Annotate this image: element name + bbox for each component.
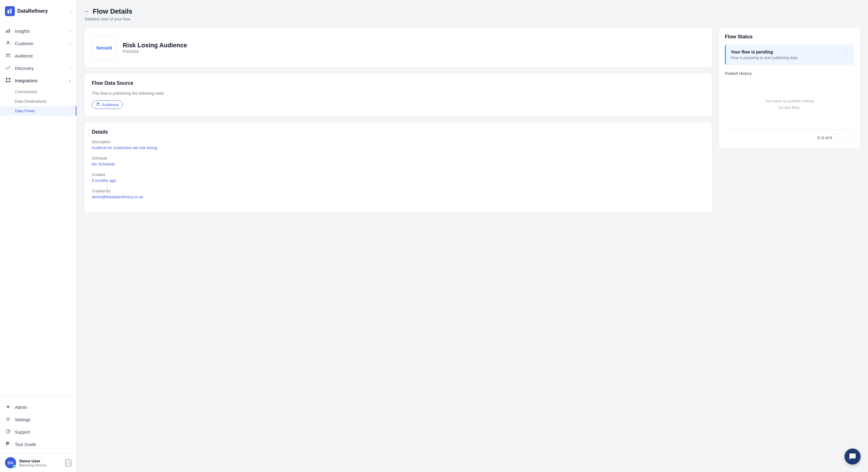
sidebar-item-insights[interactable]: Insights › xyxy=(0,25,76,37)
main-content: ← Flow Details Detailed view of your flo… xyxy=(77,0,868,472)
customer-icon xyxy=(5,40,11,47)
sidebar-item-admin[interactable]: Admin xyxy=(0,401,76,414)
discovery-icon xyxy=(5,65,11,71)
flow-logo-text: force24 xyxy=(96,45,112,51)
sidebar-logo: DataRefinery ‹ xyxy=(0,0,76,23)
user-section: DU Demo User Marketing Director ⋯ xyxy=(0,453,76,472)
page-title: Flow Details xyxy=(93,7,132,16)
main-nav: Insights › Customer › Audience › xyxy=(0,23,76,393)
svg-point-7 xyxy=(6,54,8,55)
support-label: Support xyxy=(15,430,30,435)
svg-rect-0 xyxy=(7,10,9,13)
audience-badge[interactable]: Audience xyxy=(92,100,123,109)
flow-company: Force24 xyxy=(123,49,187,54)
data-source-title: Flow Data Source xyxy=(92,81,705,86)
sidebar-item-settings[interactable]: Settings xyxy=(0,414,76,426)
sidebar-bottom-nav: Admin Settings Support Tour Guide xyxy=(0,399,76,453)
sidebar: DataRefinery ‹ Insights › Customer › xyxy=(0,0,77,472)
tour-guide-label: Tour Guide xyxy=(15,442,36,447)
svg-rect-3 xyxy=(6,31,7,33)
svg-point-6 xyxy=(7,41,9,43)
customer-chevron-icon: › xyxy=(70,41,71,46)
svg-rect-4 xyxy=(7,30,8,33)
audience-chevron-icon: › xyxy=(70,54,71,58)
sidebar-item-integrations-label: Integrations xyxy=(15,78,37,83)
logo-area: DataRefinery xyxy=(5,6,48,16)
sidebar-collapse-button[interactable]: ‹ xyxy=(69,8,71,14)
flow-status-title: Your flow is pending xyxy=(731,50,799,54)
description-label: Description xyxy=(92,140,705,144)
svg-rect-11 xyxy=(6,81,7,82)
chat-fab-button[interactable] xyxy=(844,448,861,465)
svg-rect-12 xyxy=(9,81,10,82)
created-value: 5 months ago xyxy=(92,178,705,183)
audience-icon xyxy=(5,53,11,59)
pagination-text: 0–0 of 0 xyxy=(817,136,832,140)
admin-label: Admin xyxy=(15,405,27,410)
settings-label: Settings xyxy=(15,417,31,422)
pagination-row: 0–0 of 0 ‹ › xyxy=(725,129,854,142)
flow-identity-card: force24 Risk Losing Audience Force24 xyxy=(84,28,712,68)
description-value: Audince for customers we risk losing xyxy=(92,145,705,150)
details-title: Details xyxy=(92,129,705,135)
details-card: Details Description Audince for customer… xyxy=(84,122,712,213)
no-publish-history-message: You have no publish history for this flo… xyxy=(725,80,854,129)
created-row: Created 5 months ago xyxy=(92,173,705,183)
back-button[interactable]: ← xyxy=(84,8,90,15)
svg-rect-9 xyxy=(6,78,7,80)
created-by-label: Created By xyxy=(92,189,705,193)
sidebar-item-audience[interactable]: Audience › xyxy=(0,50,76,62)
avatar: DU xyxy=(5,457,16,468)
flow-name: Risk Losing Audience xyxy=(123,42,187,49)
data-destinations-label: Data Destinations xyxy=(15,99,47,104)
description-row: Description Audince for customers we ris… xyxy=(92,140,705,150)
sidebar-item-discovery[interactable]: Discovery › xyxy=(0,62,76,75)
flow-status-menu-button[interactable]: ⋮ xyxy=(844,50,849,56)
flow-status-panel-title: Flow Status xyxy=(725,34,854,39)
created-label: Created xyxy=(92,173,705,177)
sidebar-item-insights-label: Insights xyxy=(15,29,30,34)
user-name: Demo User xyxy=(19,459,47,463)
sidebar-item-integrations[interactable]: Integrations ∧ xyxy=(0,75,76,87)
svg-point-16 xyxy=(97,103,98,104)
content-grid: force24 Risk Losing Audience Force24 Flo… xyxy=(84,28,861,213)
flow-data-source-card: Flow Data Source This flow is publishing… xyxy=(84,73,712,117)
pagination-next-button[interactable]: › xyxy=(845,134,854,142)
left-column: force24 Risk Losing Audience Force24 Flo… xyxy=(84,28,712,213)
tour-guide-icon xyxy=(5,441,11,448)
svg-rect-10 xyxy=(9,78,10,80)
connections-label: Connections xyxy=(15,89,37,94)
sidebar-subitem-connections[interactable]: Connections xyxy=(0,87,76,96)
flow-status-panel: Flow Status Your flow is pending Flow is… xyxy=(718,28,861,149)
sidebar-subitem-data-destinations[interactable]: Data Destinations xyxy=(0,96,76,106)
data-source-subtitle: This flow is publishing the following da… xyxy=(92,91,705,95)
sidebar-item-discovery-label: Discovery xyxy=(15,66,34,71)
avatar-online-indicator xyxy=(13,465,16,468)
schedule-value: No Schedule xyxy=(92,162,705,167)
settings-icon xyxy=(5,417,11,423)
sidebar-subitem-data-flows[interactable]: Data Flows xyxy=(0,106,76,116)
sidebar-item-customer[interactable]: Customer › xyxy=(0,37,76,50)
sidebar-item-tour-guide[interactable]: Tour Guide xyxy=(0,438,76,451)
app-logo-icon xyxy=(5,6,15,16)
flow-status-desc: Flow is preparing to start publishing da… xyxy=(731,56,799,60)
page-subtitle: Detailed view of your flow xyxy=(85,17,861,21)
svg-rect-15 xyxy=(6,442,7,446)
svg-point-13 xyxy=(7,418,9,420)
sidebar-item-support[interactable]: Support xyxy=(0,426,76,438)
user-menu-button[interactable]: ⋯ xyxy=(65,459,71,466)
discovery-chevron-icon: › xyxy=(70,66,71,70)
integrations-icon xyxy=(5,78,11,84)
svg-rect-1 xyxy=(10,9,12,13)
support-icon xyxy=(5,429,11,435)
schedule-label: Schedule xyxy=(92,156,705,160)
schedule-row: Schedule No Schedule xyxy=(92,156,705,167)
sidebar-divider xyxy=(0,396,76,396)
audience-badge-icon xyxy=(96,102,100,107)
svg-point-8 xyxy=(8,54,10,55)
svg-point-17 xyxy=(98,103,99,104)
audience-badge-label: Audience xyxy=(102,102,119,107)
admin-icon xyxy=(5,404,11,410)
pagination-prev-button[interactable]: ‹ xyxy=(834,134,843,142)
integrations-chevron-icon: ∧ xyxy=(69,79,71,83)
